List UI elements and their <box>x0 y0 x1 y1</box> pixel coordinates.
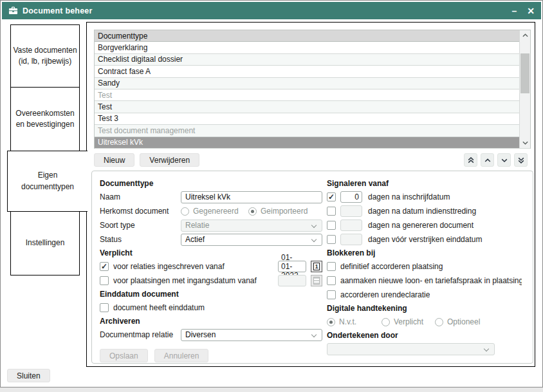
checkbox-label: dagen na genereren document <box>368 221 474 230</box>
checkbox-indiensttreding[interactable] <box>327 207 336 216</box>
window-title: Document beheer <box>23 6 93 15</box>
list-item[interactable]: Borgverklaring <box>95 42 530 53</box>
list-item[interactable]: Test 3 <box>95 113 530 125</box>
checkbox-label: dagen na inschrijfdatum <box>368 192 450 201</box>
annuleren-button[interactable]: Annuleren <box>154 349 209 362</box>
dagen-input <box>340 234 362 245</box>
status-dropdown[interactable]: Actief <box>181 234 322 246</box>
soort-type-value: Relatie <box>185 221 209 230</box>
verwijderen-button[interactable]: Verwijderen <box>140 153 199 167</box>
handtekening-radio-row: N.v.t. Verplicht Optioneel <box>327 315 523 329</box>
nieuw-button[interactable]: Nieuw <box>94 153 134 167</box>
dagen-input[interactable]: 0 <box>340 191 362 203</box>
checkbox-verstrijken-einddatum[interactable] <box>327 235 336 244</box>
documenttype-form: Documenttype Naam Uitreksel kVk Herkomst… <box>91 171 533 364</box>
radio-optioneel <box>435 318 443 326</box>
checkbox-plaatsingen-ingangsdatum[interactable] <box>100 276 109 285</box>
checkbox-aanmaken-tariefafspraak[interactable] <box>327 276 336 285</box>
tab-instellingen[interactable]: Instellingen <box>10 211 80 275</box>
calendar-icon: 1 <box>311 275 322 286</box>
list-item[interactable]: Contract fase A <box>95 66 530 77</box>
documentmap-dropdown[interactable]: Diversen <box>181 329 322 341</box>
tab-overeenkomsten[interactable]: Overeenkomsten en bevestigingen <box>10 87 80 151</box>
checkbox-label: accorderen urendeclaratie <box>340 290 430 299</box>
tab-label: (id, lb, rijbewijs) <box>19 56 72 67</box>
date-input[interactable]: 01-01-2022 <box>278 261 306 272</box>
opslaan-button[interactable]: Opslaan <box>100 349 148 362</box>
tab-label: documenttypen <box>21 182 74 192</box>
tab-label: en bevestigingen <box>16 119 75 130</box>
status-value: Actief <box>185 235 205 244</box>
move-down-icon[interactable] <box>497 153 511 167</box>
checkbox-genereren-document[interactable] <box>327 221 336 230</box>
form-actions: Opslaan Annuleren <box>100 349 322 362</box>
calendar-icon[interactable]: 1 <box>311 261 322 272</box>
einddatum-row: document heeft einddatum <box>100 301 322 315</box>
list-item[interactable]: Test <box>95 101 530 113</box>
list-item[interactable]: Uitreksel kVk <box>95 137 530 149</box>
section-signaleren: Signaleren vanaf <box>327 177 523 190</box>
tab-vaste-documenten[interactable]: Vaste documenten (id, lb, rijbewijs) <box>10 24 80 88</box>
titlebar: Document beheer – ✕ <box>2 2 541 19</box>
checkbox-definitief-accorderen[interactable] <box>327 262 336 271</box>
naam-label: Naam <box>100 192 181 201</box>
chevron-down-icon <box>484 346 489 351</box>
move-up-icon[interactable] <box>481 153 494 167</box>
radio-label: Geimporteerd <box>261 207 308 216</box>
naam-input[interactable]: Uitreksel kVk <box>181 191 322 203</box>
radio-geimporteerd <box>248 207 257 216</box>
signaleren-row-3: dagen na genereren document <box>327 218 523 232</box>
tab-eigen-documenttypen[interactable]: Eigen documenttypen <box>7 151 87 212</box>
minimize-icon[interactable]: – <box>511 6 517 15</box>
chevron-down-icon <box>311 331 317 337</box>
scroll-up-icon[interactable] <box>520 30 530 41</box>
document-beheer-window: Document beheer – ✕ Vaste documenten (id… <box>0 0 543 387</box>
list-item[interactable]: Sandy <box>95 78 530 89</box>
checkbox-relaties-ingeschreven[interactable] <box>100 262 109 271</box>
herkomst-row: Herkomst document Gegenereerd Geimportee… <box>100 204 322 218</box>
blokkeren-row-2: aanmaken nieuwe loon- en tariefafspraak … <box>327 274 523 288</box>
close-icon[interactable]: ✕ <box>527 6 535 15</box>
signaleren-row-2: dagen na datum indiensttreding <box>327 204 523 218</box>
blokkeren-row-1: definitief accorderen plaatsing <box>327 259 523 274</box>
section-archiveren: Archiveren <box>100 315 322 328</box>
scroll-down-icon[interactable] <box>520 138 530 148</box>
blokkeren-row-3: accorderen urendeclaratie <box>327 288 523 302</box>
sluiten-button[interactable]: Sluiten <box>7 369 50 382</box>
checkbox-label: aanmaken nieuwe loon- en tariefafspraak … <box>340 276 522 285</box>
checkbox-accorderen-urendeclaratie[interactable] <box>327 290 336 299</box>
radio-label: N.v.t. <box>339 317 356 326</box>
radio-label: Verplicht <box>394 317 423 326</box>
checkbox-inschrijfdatum[interactable] <box>327 192 336 201</box>
list-item[interactable]: Checklist digitaal dossier <box>95 54 530 66</box>
documentmap-label: Documentmap relatie <box>100 330 181 339</box>
radio-verplicht <box>382 318 390 326</box>
ondertekenen-row <box>327 342 523 356</box>
dagen-input <box>340 219 362 231</box>
tab-label: Overeenkomsten <box>15 108 74 119</box>
move-top-icon[interactable] <box>464 153 477 167</box>
status-row: Status Actief <box>100 232 322 247</box>
list-item[interactable]: Test <box>95 89 530 101</box>
checkbox-label: definitief accorderen plaatsing <box>340 262 443 271</box>
documentmap-value: Diversen <box>185 330 216 339</box>
soort-type-label: Soort type <box>100 221 181 230</box>
list-item[interactable]: Test document management <box>95 125 530 136</box>
checkbox-label: document heeft einddatum <box>113 303 205 312</box>
scrollbar[interactable] <box>519 30 530 148</box>
reorder-buttons <box>464 153 528 167</box>
verplicht-row-2: voor plaatsingen met ingangsdatum vanaf … <box>100 274 322 288</box>
verplicht-row-1: voor relaties ingeschreven vanaf 01-01-2… <box>100 259 322 274</box>
tab-label: Instellingen <box>26 238 65 248</box>
scrollbar-thumb[interactable] <box>520 53 529 93</box>
main-panel: Documenttype Borgverklaring Checklist di… <box>86 22 535 367</box>
radio-gegenereerd <box>181 207 189 216</box>
move-bottom-icon[interactable] <box>514 153 528 167</box>
herkomst-label: Herkomst document <box>100 207 181 216</box>
naam-row: Naam Uitreksel kVk <box>100 190 322 204</box>
scrollbar-track[interactable] <box>520 41 530 138</box>
date-input <box>278 275 306 286</box>
checkbox-document-einddatum[interactable] <box>100 303 109 312</box>
section-einddatum: Einddatum document <box>100 288 322 301</box>
tab-label: Eigen <box>38 170 58 181</box>
